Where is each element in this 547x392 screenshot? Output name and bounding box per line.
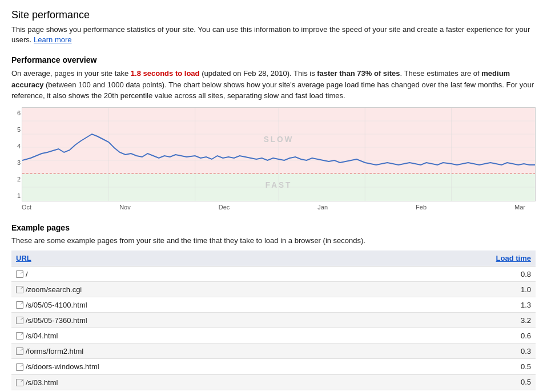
table-row: ↗/0.8	[11, 266, 536, 282]
time-cell: 0.6	[367, 328, 536, 343]
table-row: ↗/s/03.html0.5	[11, 374, 536, 390]
performance-overview-text: On average, pages in your site take 1.8 …	[11, 68, 536, 102]
table-header-row: URL Load time	[11, 250, 536, 266]
url-cell: ↗/s/04.html	[11, 328, 367, 343]
url-link[interactable]: /s/05/05-4100.html	[26, 301, 87, 309]
time-cell: 3.2	[367, 313, 536, 328]
y-label-4: 4	[11, 143, 22, 149]
time-cell: 1.0	[367, 282, 536, 297]
example-pages-section: Example pages These are some example pag…	[11, 223, 536, 392]
url-cell: ↗/s/05/05-4100.html	[11, 297, 367, 313]
learn-more-link[interactable]: Learn more	[34, 35, 71, 44]
y-label-6: 6	[11, 110, 22, 116]
url-link[interactable]: /s/04.html	[26, 332, 58, 340]
chart-y-labels: 1 2 3 4 5 6	[11, 107, 22, 201]
page-icon: ↗	[16, 286, 23, 293]
table-row: ↗/forms/form2.html0.3	[11, 343, 536, 359]
y-label-3: 3	[11, 159, 22, 166]
table-row: ↗/s/04.html0.6	[11, 328, 536, 343]
x-label-feb: Feb	[416, 204, 427, 211]
url-cell: ↗/	[11, 266, 367, 282]
url-link[interactable]: /zoom/search.cgi	[26, 285, 82, 294]
url-link[interactable]: /s/03.html	[26, 378, 58, 387]
y-label-2: 2	[11, 176, 22, 183]
table-row: ↗/zoom/search.cgi1.0	[11, 282, 536, 297]
url-cell: ↗/zoom/search.cgi	[11, 282, 367, 297]
x-label-jan: Jan	[317, 204, 328, 211]
y-label-1: 1	[11, 192, 22, 199]
table-row: ↗/s/stairs-handrails.html0.6	[11, 390, 536, 392]
page-title: Site performance	[11, 9, 536, 21]
example-pages-title: Example pages	[11, 223, 536, 232]
url-link[interactable]: /	[26, 270, 28, 278]
chart-x-labels: Oct Nov Dec Jan Feb Mar	[11, 203, 536, 211]
time-cell: 0.5	[367, 359, 536, 374]
time-cell: 1.3	[367, 297, 536, 313]
x-label-dec: Dec	[219, 204, 230, 211]
intro-text: This page shows you performance statisti…	[11, 25, 536, 45]
time-cell: 0.6	[367, 390, 536, 392]
url-link[interactable]: /forms/form2.html	[26, 347, 83, 355]
col-header-time[interactable]: Load time	[367, 250, 536, 266]
time-cell: 0.5	[367, 374, 536, 390]
col-header-url[interactable]: URL	[11, 250, 367, 266]
time-cell: 0.8	[367, 266, 536, 282]
chart-svg: SLOW FAST	[22, 108, 535, 201]
url-cell: ↗/s/doors-windows.html	[11, 359, 367, 374]
table-row: ↗/s/05/05-7360.html3.2	[11, 313, 536, 328]
slow-label: SLOW	[264, 135, 294, 144]
url-cell: ↗/forms/form2.html	[11, 343, 367, 359]
page-icon: ↗	[16, 363, 23, 371]
time-cell: 0.3	[367, 343, 536, 359]
page-icon: ↗	[16, 332, 23, 340]
fast-label: FAST	[266, 180, 292, 189]
chart-wrapper: 1 2 3 4 5 6	[11, 107, 536, 201]
url-link[interactable]: /s/doors-windows.html	[26, 363, 99, 371]
example-pages-description: These are some example pages from your s…	[11, 236, 536, 246]
url-cell: ↗/s/03.html	[11, 374, 367, 390]
url-link[interactable]: /s/05/05-7360.html	[26, 316, 87, 325]
table-row: ↗/s/doors-windows.html0.5	[11, 359, 536, 374]
url-cell: ↗/s/stairs-handrails.html	[11, 390, 367, 392]
pages-table: URL Load time ↗/0.8↗/zoom/search.cgi1.0↗…	[11, 250, 536, 392]
page-icon: ↗	[16, 317, 23, 324]
performance-overview-title: Performance overview	[11, 55, 536, 64]
page-icon: ↗	[16, 379, 23, 386]
performance-overview-section: Performance overview On average, pages i…	[11, 55, 536, 211]
page-icon: ↗	[16, 270, 23, 278]
page-icon: ↗	[16, 301, 23, 309]
x-label-oct: Oct	[22, 204, 31, 211]
url-cell: ↗/s/05/05-7360.html	[11, 313, 367, 328]
x-label-mar: Mar	[514, 204, 525, 211]
y-label-5: 5	[11, 126, 22, 133]
page-icon: ↗	[16, 347, 23, 355]
x-label-nov: Nov	[119, 204, 131, 211]
table-row: ↗/s/05/05-4100.html1.3	[11, 297, 536, 313]
chart-svg-container: SLOW FAST	[22, 107, 536, 201]
